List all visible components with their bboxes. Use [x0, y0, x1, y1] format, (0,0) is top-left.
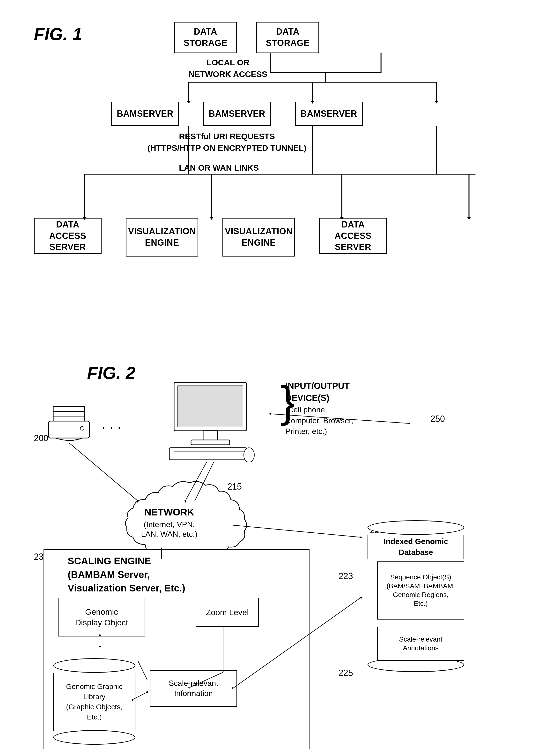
- network-cloud: NETWORK (Internet, VPN, LAN, WAN, etc.): [121, 467, 256, 559]
- indexed-genomic-db-cylinder: Indexed Genomic Database Sequence Object…: [367, 520, 464, 672]
- svg-rect-33: [203, 431, 218, 441]
- num-223: 223: [338, 571, 353, 581]
- scale-relevant-info-box: Scale-relevant Information: [150, 670, 237, 707]
- svg-text:NETWORK: NETWORK: [144, 507, 195, 517]
- page: FIG. 1 DATA STORAGE DATA STORAGE LOCAL O…: [0, 0, 560, 749]
- svg-marker-44: [269, 413, 271, 415]
- svg-marker-10: [435, 101, 438, 104]
- svg-marker-63: [360, 597, 362, 599]
- visualization-engine-1: VISUALIZATION ENGINE: [126, 218, 198, 257]
- ellipsis: ···: [102, 419, 125, 435]
- svg-marker-6: [187, 101, 190, 104]
- svg-rect-27: [48, 421, 89, 438]
- data-access-server-1: DATA ACCESS SERVER: [34, 218, 102, 254]
- brace-icon: }: [281, 380, 295, 424]
- fig1-label: FIG. 1: [34, 24, 82, 44]
- svg-text:(Internet, VPN,: (Internet, VPN,: [143, 520, 195, 529]
- num-250: 250: [430, 414, 445, 424]
- fig2-label: FIG. 2: [87, 363, 135, 383]
- lan-wan-label: LAN OR WAN LINKS: [179, 162, 259, 174]
- computer-icon: [164, 380, 256, 462]
- svg-text:LAN, WAN, etc.): LAN, WAN, etc.): [141, 530, 198, 538]
- svg-marker-53: [360, 536, 362, 538]
- bamserver-1: BAMSERVER: [111, 102, 179, 126]
- num-225: 225: [338, 668, 353, 678]
- svg-marker-25: [467, 217, 471, 220]
- visualization-engine-2: VISUALIZATION ENGINE: [222, 218, 295, 257]
- fig2-container: FIG. 2 200 215 220 223 225 230 233 235 2…: [19, 356, 541, 749]
- printer-icon: [44, 404, 97, 443]
- fig1-container: FIG. 1 DATA STORAGE DATA STORAGE LOCAL O…: [19, 15, 541, 341]
- svg-rect-32: [178, 386, 243, 427]
- data-storage-2: DATA STORAGE: [256, 22, 319, 53]
- data-storage-1: DATA STORAGE: [174, 22, 237, 53]
- bamserver-3: BAMSERVER: [295, 102, 363, 126]
- local-network-label: LOCAL OR NETWORK ACCESS: [188, 57, 267, 80]
- scaling-engine-label: SCALING ENGINE (BAMBAM Server, Visualiza…: [68, 554, 185, 595]
- bamserver-2: BAMSERVER: [203, 102, 271, 126]
- svg-marker-21: [210, 217, 213, 220]
- svg-rect-34: [191, 440, 230, 445]
- genomic-graphic-library-cylinder: Genomic Graphic Library (Graphic Objects…: [53, 658, 135, 745]
- genomic-display-object-box: Genomic Display Object: [58, 598, 145, 637]
- input-output-label: INPUT/OUTPUT DEVICE(S) (Cell phone, Comp…: [285, 380, 353, 437]
- svg-rect-35: [169, 448, 247, 460]
- restful-label: RESTful URI REQUESTS (HTTPS/HTTP ON ENCR…: [148, 131, 306, 154]
- fig1-connectors: [19, 15, 541, 341]
- data-access-server-2: DATA ACCESS SERVER: [319, 218, 387, 254]
- zoom-level-box: Zoom Level: [196, 598, 259, 627]
